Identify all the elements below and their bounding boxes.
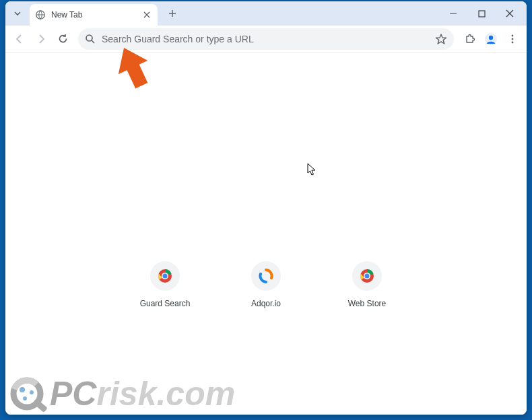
minimize-icon bbox=[449, 9, 457, 18]
svg-rect-1 bbox=[479, 11, 485, 17]
shortcut-adqor[interactable]: Adqor.io bbox=[236, 261, 296, 308]
globe-icon bbox=[35, 9, 46, 20]
search-icon bbox=[85, 34, 95, 44]
close-icon bbox=[143, 11, 150, 18]
kebab-icon bbox=[507, 34, 518, 44]
toolbar bbox=[5, 26, 527, 53]
chrome-icon bbox=[360, 269, 374, 283]
arrow-left-icon bbox=[13, 33, 26, 45]
shortcut-web-store[interactable]: Web Store bbox=[337, 261, 397, 308]
svg-point-13 bbox=[365, 274, 370, 279]
chrome-icon bbox=[158, 269, 172, 283]
shortcut-tile bbox=[251, 261, 281, 291]
tab-close-button[interactable] bbox=[141, 9, 152, 20]
tab-search-button[interactable] bbox=[8, 4, 27, 23]
close-icon bbox=[506, 9, 514, 18]
shortcut-tile bbox=[352, 261, 382, 291]
puzzle-icon bbox=[464, 33, 475, 44]
minimize-button[interactable] bbox=[439, 4, 467, 23]
svg-point-7 bbox=[512, 41, 514, 43]
shortcut-guard-search[interactable]: Guard Search bbox=[135, 261, 195, 308]
maximize-icon bbox=[478, 10, 486, 18]
svg-point-4 bbox=[489, 35, 493, 39]
svg-point-10 bbox=[163, 274, 168, 279]
reload-button[interactable] bbox=[53, 29, 73, 49]
new-tab-button[interactable] bbox=[163, 4, 182, 23]
shortcut-tile bbox=[150, 261, 180, 291]
reload-icon bbox=[57, 33, 69, 44]
shortcut-label: Web Store bbox=[348, 299, 386, 308]
tab-title: New Tab bbox=[51, 10, 141, 20]
svg-point-6 bbox=[512, 38, 514, 40]
svg-point-2 bbox=[86, 35, 92, 41]
cursor-icon bbox=[307, 163, 318, 176]
profile-button[interactable] bbox=[481, 29, 501, 49]
browser-window: New Tab bbox=[5, 1, 527, 415]
tab[interactable]: New Tab bbox=[30, 4, 158, 26]
address-input[interactable] bbox=[102, 34, 435, 44]
maximize-button[interactable] bbox=[467, 4, 496, 23]
shortcut-label: Guard Search bbox=[140, 299, 191, 308]
forward-button[interactable] bbox=[31, 29, 51, 49]
shortcut-row: Guard Search Adqor.io bbox=[135, 261, 397, 308]
chevron-down-icon bbox=[13, 9, 22, 18]
shortcut-label: Adqor.io bbox=[251, 299, 281, 308]
titlebar: New Tab bbox=[5, 1, 527, 26]
adqor-icon bbox=[259, 269, 273, 283]
avatar-icon bbox=[484, 32, 498, 46]
svg-point-5 bbox=[512, 34, 514, 36]
address-bar[interactable] bbox=[78, 28, 454, 50]
plus-icon bbox=[168, 9, 176, 18]
star-icon bbox=[435, 33, 447, 45]
arrow-right-icon bbox=[35, 33, 47, 45]
menu-button[interactable] bbox=[502, 29, 523, 49]
extensions-button[interactable] bbox=[459, 29, 479, 49]
back-button[interactable] bbox=[9, 29, 30, 49]
bookmark-button[interactable] bbox=[435, 33, 447, 45]
page-content: Guard Search Adqor.io bbox=[5, 53, 527, 415]
close-window-button[interactable] bbox=[496, 4, 524, 23]
